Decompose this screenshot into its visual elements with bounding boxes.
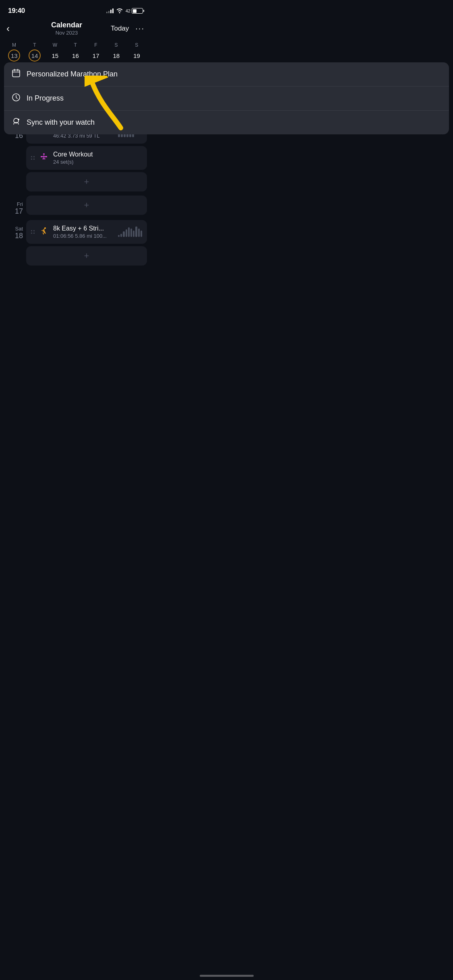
dropdown-item-0[interactable]: Personalized Marathon Plan bbox=[4, 62, 151, 86]
dropdown-item-1[interactable]: In Progress bbox=[4, 86, 151, 111]
add-activity-button[interactable]: + bbox=[26, 246, 147, 266]
day-label-col: Fri17 bbox=[4, 196, 26, 216]
day-label: W bbox=[53, 42, 58, 48]
chart-bar bbox=[128, 227, 130, 237]
day-section-18: Sat18 8k Easy + 6 Stri...01:06:56 5.86 m… bbox=[4, 220, 147, 266]
day-label: M bbox=[12, 42, 17, 48]
activities-col: 8k Easy + 6 Stri...01:06:56 5.86 mi 100.… bbox=[26, 220, 147, 266]
more-button[interactable]: ··· bbox=[135, 24, 145, 33]
day-label: S bbox=[135, 42, 139, 48]
day-number: 16 bbox=[69, 49, 81, 62]
svg-rect-0 bbox=[12, 70, 20, 77]
status-icons: 42 bbox=[106, 8, 143, 14]
today-button[interactable]: Today bbox=[111, 25, 129, 33]
back-button[interactable]: ‹ bbox=[6, 23, 23, 34]
day-label: T bbox=[74, 42, 77, 48]
battery-icon bbox=[132, 8, 143, 14]
day-section-17: Fri17+ bbox=[4, 196, 147, 216]
activities-col: + bbox=[26, 196, 147, 216]
day-number: 19 bbox=[131, 49, 143, 62]
plus-icon: + bbox=[84, 251, 89, 261]
day-name: Sat bbox=[4, 226, 26, 232]
nav-header: ‹ Calendar Nov 2023 Today ··· bbox=[0, 19, 151, 41]
chart-bar bbox=[120, 234, 122, 237]
dropdown-icon bbox=[11, 117, 21, 128]
activity-meta: 24 set(s) bbox=[53, 159, 142, 165]
day-number-label: 17 bbox=[4, 207, 26, 216]
add-activity-button[interactable]: + bbox=[26, 196, 147, 215]
activity-info: Core Workout24 set(s) bbox=[53, 151, 142, 165]
status-bar: 19:40 42 bbox=[0, 0, 151, 19]
wifi-icon bbox=[116, 8, 123, 14]
battery-percent: 42 bbox=[126, 8, 130, 13]
plus-icon: + bbox=[84, 177, 89, 187]
status-time: 19:40 bbox=[8, 7, 25, 15]
activity-title: Core Workout bbox=[53, 151, 142, 158]
dropdown-menu: Personalized Marathon Plan In Progress S… bbox=[4, 62, 151, 134]
chart-bar bbox=[118, 235, 120, 237]
chart-bar bbox=[126, 229, 127, 237]
svg-point-11 bbox=[43, 153, 45, 155]
page-subtitle: Nov 2023 bbox=[51, 30, 82, 36]
svg-point-6 bbox=[18, 119, 19, 120]
nav-title-block: Calendar Nov 2023 bbox=[51, 21, 82, 36]
chart-bar bbox=[135, 226, 137, 237]
chart-bar bbox=[130, 229, 132, 237]
day-number: 17 bbox=[90, 49, 102, 62]
dropdown-icon bbox=[11, 69, 21, 80]
activity-info: 8k Easy + 6 Stri...01:06:56 5.86 mi 100.… bbox=[53, 225, 114, 239]
activity-title: 8k Easy + 6 Stri... bbox=[53, 225, 114, 232]
day-number: 15 bbox=[49, 49, 61, 62]
activity-icon bbox=[39, 226, 49, 237]
add-activity-button[interactable]: + bbox=[26, 172, 147, 191]
activity-card-3-0[interactable]: 8k Easy + 6 Stri...01:06:56 5.86 mi 100.… bbox=[26, 220, 147, 244]
day-number-label: 18 bbox=[4, 232, 26, 241]
dropdown-text: Sync with your watch bbox=[27, 118, 95, 127]
page-title: Calendar bbox=[51, 21, 82, 29]
day-label: S bbox=[115, 42, 118, 48]
chart-bar bbox=[141, 231, 142, 237]
plus-icon: + bbox=[84, 200, 89, 210]
day-name: Fri bbox=[4, 201, 26, 207]
dropdown-item-2[interactable]: Sync with your watch bbox=[4, 111, 151, 134]
day-number: 13 bbox=[8, 49, 20, 62]
day-label-col: Sat18 bbox=[4, 220, 26, 266]
activity-icon bbox=[39, 152, 49, 163]
day-number: 14 bbox=[29, 49, 41, 62]
drag-handle bbox=[31, 230, 35, 234]
chart-bar bbox=[123, 231, 124, 237]
activity-card-1-1[interactable]: Core Workout24 set(s) bbox=[26, 146, 147, 170]
chart-bar bbox=[138, 229, 140, 237]
dropdown-text: In Progress bbox=[27, 94, 64, 103]
dropdown-icon bbox=[11, 93, 21, 104]
day-number: 18 bbox=[110, 49, 122, 62]
signal-icon bbox=[106, 8, 114, 13]
day-label: T bbox=[33, 42, 36, 48]
chart-bar bbox=[133, 231, 134, 237]
activity-meta: 01:06:56 5.86 mi 100... bbox=[53, 233, 114, 239]
day-label: F bbox=[94, 42, 97, 48]
drag-handle bbox=[31, 156, 35, 160]
activity-chart bbox=[118, 226, 142, 238]
dropdown-text: Personalized Marathon Plan bbox=[27, 70, 118, 78]
nav-right: Today ··· bbox=[111, 24, 145, 33]
